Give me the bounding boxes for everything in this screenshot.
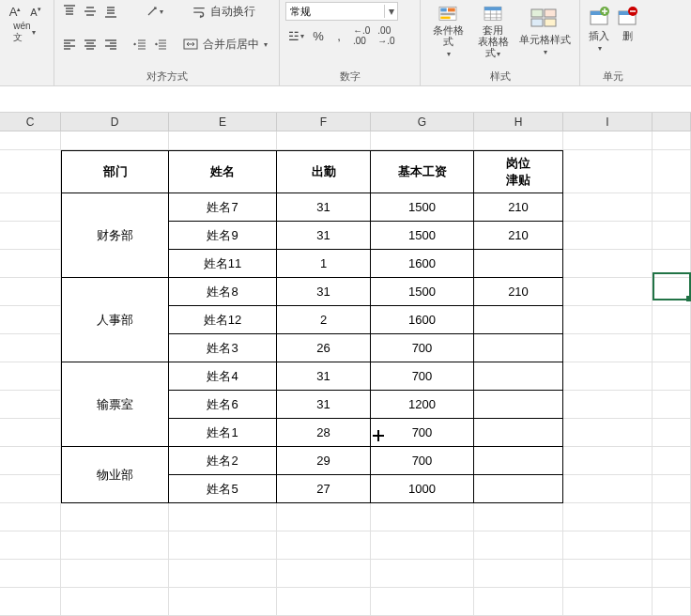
name-cell[interactable]: 姓名12	[169, 306, 277, 334]
cell[interactable]	[563, 362, 653, 391]
attend-cell[interactable]: 31	[277, 222, 371, 250]
base-cell[interactable]: 1500	[371, 278, 474, 306]
col-header-E[interactable]: E	[169, 113, 277, 131]
name-cell[interactable]: 姓名8	[169, 278, 277, 306]
allow-cell[interactable]	[474, 475, 563, 503]
name-cell[interactable]: 姓名11	[169, 250, 277, 278]
attend-cell[interactable]: 29	[277, 447, 371, 475]
attend-cell[interactable]: 31	[277, 391, 371, 419]
cell[interactable]	[277, 131, 371, 150]
allow-cell[interactable]: 210	[474, 193, 563, 222]
cell[interactable]	[653, 531, 691, 560]
cell[interactable]	[0, 222, 61, 250]
dept-cell[interactable]: 人事部	[61, 278, 169, 306]
decrease-indent-button[interactable]	[131, 35, 149, 54]
number-group-label[interactable]: 数字	[285, 68, 414, 85]
base-cell[interactable]: 1600	[371, 250, 474, 278]
cell[interactable]	[563, 334, 653, 362]
cell[interactable]	[61, 531, 169, 560]
cell[interactable]	[0, 193, 61, 222]
base-cell[interactable]: 700	[371, 419, 474, 447]
attend-cell[interactable]: 31	[277, 278, 371, 306]
allow-cell[interactable]: 210	[474, 278, 563, 306]
base-cell[interactable]: 700	[371, 447, 474, 475]
cell[interactable]	[653, 503, 691, 531]
cell[interactable]	[563, 419, 653, 447]
cell[interactable]	[61, 503, 169, 531]
base-cell[interactable]: 1000	[371, 475, 474, 503]
phonetic-guide-button[interactable]: wén文▾	[6, 23, 43, 41]
increase-decimal-button[interactable]: ←.0.00	[350, 26, 373, 45]
decrease-font-button[interactable]: A▾	[26, 2, 45, 21]
base-cell[interactable]: 1600	[371, 306, 474, 334]
cell[interactable]	[653, 193, 691, 222]
name-cell[interactable]: 姓名9	[169, 222, 277, 250]
cell[interactable]	[563, 131, 653, 150]
allow-cell[interactable]	[474, 334, 563, 362]
align-right-button[interactable]	[101, 35, 120, 54]
name-cell[interactable]: 姓名1	[169, 419, 277, 447]
base-cell[interactable]: 700	[371, 334, 474, 362]
orientation-button[interactable]: ▾	[143, 2, 166, 21]
allow-cell[interactable]	[474, 306, 563, 334]
base-cell[interactable]: 1200	[371, 391, 474, 419]
allow-cell[interactable]	[474, 419, 563, 447]
cell[interactable]	[61, 560, 169, 588]
base-cell[interactable]: 700	[371, 362, 474, 391]
header-name[interactable]: 姓名	[169, 150, 277, 193]
cell[interactable]	[563, 193, 653, 222]
col-header-D[interactable]: D	[61, 113, 169, 131]
cell[interactable]	[563, 475, 653, 503]
cell[interactable]	[0, 560, 61, 588]
cell[interactable]	[0, 306, 61, 334]
cell[interactable]	[653, 250, 691, 278]
cell[interactable]	[563, 447, 653, 475]
col-header-F[interactable]: F	[277, 113, 371, 131]
increase-indent-button[interactable]	[151, 35, 170, 54]
attend-cell[interactable]: 31	[277, 193, 371, 222]
allow-cell[interactable]: 210	[474, 222, 563, 250]
cell[interactable]	[653, 150, 691, 193]
cell[interactable]	[0, 475, 61, 503]
attend-cell[interactable]: 1	[277, 250, 371, 278]
cell[interactable]	[277, 560, 371, 588]
cell[interactable]	[653, 278, 691, 306]
merge-center-button[interactable]: 合并后居中▾	[179, 35, 273, 54]
cell[interactable]	[653, 588, 691, 616]
col-header-H[interactable]: H	[474, 113, 563, 131]
font-group-expand[interactable]	[6, 70, 48, 85]
conditional-format-button[interactable]: 条件格式▾	[426, 2, 469, 62]
attend-cell[interactable]: 2	[277, 306, 371, 334]
cell[interactable]	[0, 250, 61, 278]
increase-font-button[interactable]: A▴	[6, 2, 24, 21]
allow-cell[interactable]	[474, 447, 563, 475]
attend-cell[interactable]: 31	[277, 362, 371, 391]
cell[interactable]	[371, 503, 474, 531]
cell[interactable]	[169, 503, 277, 531]
cell[interactable]	[653, 306, 691, 334]
name-cell[interactable]: 姓名2	[169, 447, 277, 475]
dept-cell[interactable]: 财务部	[61, 193, 169, 222]
cell[interactable]	[474, 131, 563, 150]
col-header-I[interactable]: I	[563, 113, 653, 131]
cell[interactable]	[563, 150, 653, 193]
insert-button[interactable]: 插入▾	[586, 2, 612, 62]
cell[interactable]	[653, 419, 691, 447]
allow-cell[interactable]	[474, 391, 563, 419]
format-table-button[interactable]: 套用 表格格式▾	[471, 2, 514, 62]
cell[interactable]	[563, 503, 653, 531]
cell[interactable]	[0, 334, 61, 362]
name-cell[interactable]: 姓名5	[169, 475, 277, 503]
align-bottom-button[interactable]	[101, 2, 120, 21]
cell[interactable]	[563, 391, 653, 419]
header-base[interactable]: 基本工资	[371, 150, 474, 193]
name-cell[interactable]: 姓名3	[169, 334, 277, 362]
cell[interactable]	[0, 131, 61, 150]
cell[interactable]	[653, 222, 691, 250]
cell[interactable]	[563, 560, 653, 588]
cell[interactable]	[653, 447, 691, 475]
cell[interactable]	[474, 503, 563, 531]
align-top-button[interactable]	[60, 2, 79, 21]
attend-cell[interactable]: 27	[277, 475, 371, 503]
cell[interactable]	[563, 222, 653, 250]
